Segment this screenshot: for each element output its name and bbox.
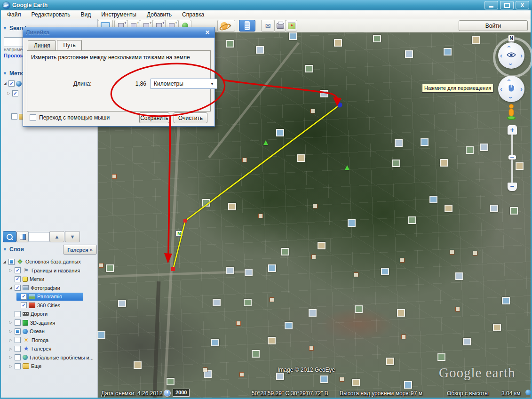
move-left-chevron-icon[interactable]: ‹ xyxy=(500,85,502,92)
menu-bar: ФайлРедактироватьВидИнструментыДобавитьС… xyxy=(0,10,532,19)
layer-checkbox-checked[interactable]: ✓ xyxy=(21,294,27,300)
collapsed-arrow-icon[interactable]: ▷ xyxy=(7,91,11,96)
checkbox-unchecked[interactable] xyxy=(11,113,17,120)
collapsed-arrow-icon[interactable]: ▷ xyxy=(8,338,13,342)
layer-item-cities-360[interactable]: ✓360 Cities xyxy=(1,301,97,310)
move-down-chevron-icon[interactable]: ‹ xyxy=(506,96,513,99)
layer-checkbox-partial[interactable] xyxy=(8,259,15,265)
hand-icon[interactable] xyxy=(508,84,515,94)
expanded-arrow-icon[interactable]: ◢ xyxy=(3,81,7,86)
menu-item[interactable]: Справка xyxy=(177,11,209,18)
move-up-button[interactable]: ▲ xyxy=(49,231,64,242)
checkbox-checked[interactable]: ✓ xyxy=(8,80,15,87)
layers-panel-header[interactable]: ▼ Слои Галерея » xyxy=(3,246,95,253)
move-down-button[interactable]: ▼ xyxy=(65,231,80,242)
layer-item-buildings-3d[interactable]: ▷3D-здания xyxy=(1,319,97,327)
look-left-chevron-icon[interactable]: ‹ xyxy=(500,52,502,59)
tab-path[interactable]: Путь xyxy=(57,40,81,51)
move-joystick[interactable]: ‹ ‹ ‹ › xyxy=(498,76,524,102)
menu-item[interactable]: Редактировать xyxy=(26,11,76,18)
menu-item[interactable]: Добавить xyxy=(142,11,177,18)
move-up-chevron-icon[interactable]: ‹ xyxy=(506,79,513,81)
layer-item-ocean[interactable]: ▷Океан xyxy=(1,327,97,336)
expanded-arrow-icon[interactable]: ◢ xyxy=(2,260,7,264)
menu-item[interactable]: Инструменты xyxy=(96,11,142,18)
look-down-chevron-icon[interactable]: ‹ xyxy=(506,63,513,65)
ruler-button[interactable] xyxy=(239,20,255,32)
mouse-nav-checkbox[interactable] xyxy=(30,114,36,121)
layer-checkbox-unchecked[interactable] xyxy=(15,337,21,343)
pegman-street-view[interactable] xyxy=(506,104,516,122)
print-button[interactable] xyxy=(274,20,286,32)
compass-north-label[interactable]: N xyxy=(508,35,515,42)
expanded-arrow-icon[interactable]: ◢ xyxy=(8,286,13,290)
layer-item-roads[interactable]: Дороги xyxy=(1,310,97,319)
close-button[interactable]: X xyxy=(516,1,529,9)
layer-checkbox-unchecked[interactable] xyxy=(15,311,21,317)
time-slider-value[interactable]: 2000 xyxy=(173,389,190,397)
histogram-view-button[interactable] xyxy=(16,231,29,242)
layer-item-database-layers[interactable]: ◢Основная база данных xyxy=(1,257,97,266)
gallery-button[interactable]: Галерея » xyxy=(63,245,97,255)
collapsed-arrow-icon[interactable]: ▷ xyxy=(8,320,13,325)
places-filter-input[interactable] xyxy=(28,232,50,241)
look-joystick[interactable]: ‹ ‹ ‹ › xyxy=(498,42,524,69)
layer-item-borders-flag[interactable]: ▷✓Границы и названия xyxy=(1,266,97,275)
places-tree-row[interactable]: ◢ ✓ xyxy=(3,80,22,87)
tab-line[interactable]: Линия xyxy=(28,40,56,51)
unit-dropdown[interactable]: Километры ▼ xyxy=(151,79,217,89)
eye-icon[interactable] xyxy=(506,51,516,60)
layer-item-placemark[interactable]: ✓Метки xyxy=(1,275,97,284)
borders-flag-icon xyxy=(23,268,30,273)
layer-checkbox-checked[interactable]: ✓ xyxy=(15,267,21,273)
planets-button[interactable]: ▼ xyxy=(217,20,235,32)
minimize-button[interactable] xyxy=(484,1,498,9)
layer-checkbox-partial[interactable] xyxy=(15,328,21,335)
menu-item[interactable]: Файл xyxy=(2,11,26,18)
collapsed-arrow-icon[interactable]: ▷ xyxy=(8,329,13,334)
move-right-chevron-icon[interactable]: › xyxy=(520,85,523,92)
zoom-in-button[interactable]: + xyxy=(508,125,517,135)
restore-button[interactable] xyxy=(500,1,514,9)
look-right-chevron-icon[interactable]: › xyxy=(520,52,523,59)
search-places-button[interactable] xyxy=(3,231,16,242)
checkbox-checked[interactable]: ✓ xyxy=(12,90,18,96)
collapsed-arrow-icon[interactable]: ▷ xyxy=(8,364,13,368)
layer-checkbox-checked[interactable]: ✓ xyxy=(21,302,27,308)
look-up-chevron-icon[interactable]: ‹ xyxy=(506,46,513,48)
map-pin-icon xyxy=(288,23,295,29)
layer-checkbox-checked[interactable]: ✓ xyxy=(15,276,21,282)
layer-checkbox-unchecked[interactable] xyxy=(15,354,21,360)
layer-label: 360 Cities xyxy=(37,303,60,308)
layer-item-more-folder[interactable]: ▷Еще xyxy=(1,362,97,371)
magnifier-icon xyxy=(7,234,13,240)
more-folder-icon xyxy=(23,363,29,369)
email-button[interactable]: ✉ xyxy=(261,20,275,32)
places-tree-row[interactable]: ▷ ✓ xyxy=(7,90,18,96)
layer-checkbox-checked[interactable]: ✓ xyxy=(15,285,21,291)
layer-checkbox-unchecked[interactable] xyxy=(15,319,21,326)
layer-checkbox-unchecked[interactable] xyxy=(15,346,21,352)
dialog-title-bar[interactable]: Линейка ✕ xyxy=(23,27,214,38)
zoom-out-button[interactable]: − xyxy=(508,183,517,191)
collapsed-arrow-icon[interactable]: ▷ xyxy=(8,355,13,359)
down-arrow-icon: ▼ xyxy=(70,234,75,239)
menu-item[interactable]: Вид xyxy=(75,11,96,18)
clear-button[interactable]: Очистить xyxy=(174,112,207,123)
zoom-handle[interactable] xyxy=(508,155,516,160)
view-in-maps-button[interactable] xyxy=(286,20,297,32)
layer-label: Дороги xyxy=(31,311,48,317)
collapsed-arrow-icon[interactable]: ▷ xyxy=(8,268,13,272)
clock-icon[interactable] xyxy=(164,390,171,397)
dialog-close-icon[interactable]: ✕ xyxy=(203,29,212,36)
layer-item-panoramio[interactable]: ✓Panoramio xyxy=(1,292,97,301)
google-earth-logo-icon xyxy=(3,2,10,9)
layer-item-global-awareness[interactable]: ▷Глобальные проблемы и... xyxy=(1,353,97,362)
save-button[interactable]: Сохранить xyxy=(139,112,169,123)
layer-item-photos[interactable]: ◢✓Фотографии xyxy=(1,284,97,293)
sign-in-button[interactable]: Войти xyxy=(459,20,528,31)
layer-item-weather-sun[interactable]: ▷Погода xyxy=(1,336,97,345)
layer-checkbox-unchecked[interactable] xyxy=(15,363,21,369)
layer-item-gallery-star[interactable]: ▷Галерея xyxy=(1,344,97,353)
collapsed-arrow-icon[interactable]: ▷ xyxy=(8,347,13,351)
